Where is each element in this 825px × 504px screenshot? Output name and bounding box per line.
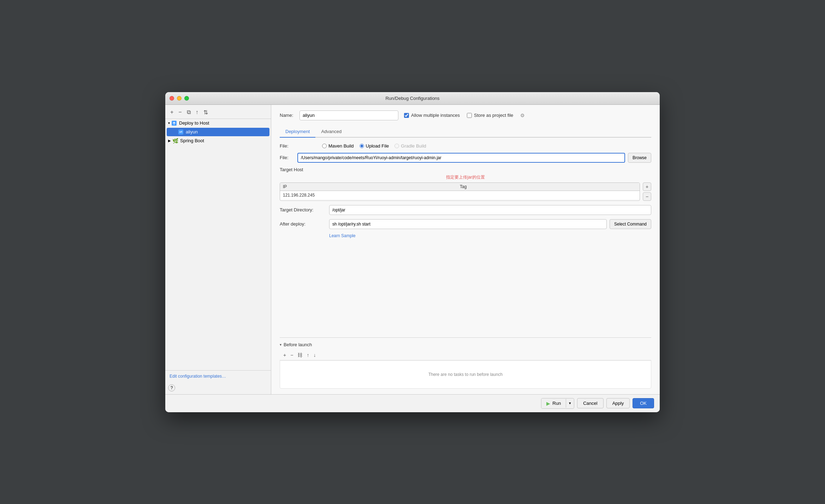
launch-up-button[interactable]: ↑ [306,352,310,359]
file-type-label: File: [280,143,322,149]
apply-button[interactable]: Apply [606,398,630,408]
tag-cell [460,193,637,198]
maximize-button[interactable] [184,96,189,101]
main-content: + − ⧉ ↑ ⇅ ▾ Deploy to Host [165,105,660,394]
sidebar-group-label: Deploy to Host [179,120,209,126]
run-dropdown-button[interactable]: ▾ [566,399,574,408]
remove-host-button[interactable]: − [643,192,651,201]
edit-templates-link[interactable]: Edit configuration templates… [170,374,226,379]
bottom-bar: ▶ Run ▾ Cancel Apply OK [165,394,660,412]
tab-advanced[interactable]: Advanced [315,126,347,138]
name-row: Name: Allow multiple instances Store as … [280,110,651,120]
maven-build-radio[interactable]: Maven Build [322,143,354,149]
ip-column-header: IP [283,184,460,189]
tag-column-header: Tag [460,184,637,189]
minimize-button[interactable] [177,96,182,101]
file-type-radio-group: Maven Build Upload File Gradle Build [322,143,426,149]
settings-gear-icon[interactable]: ⚙ [520,113,525,118]
ok-button[interactable]: OK [633,398,654,408]
upload-file-radio[interactable]: Upload File [360,143,389,149]
sidebar-footer: Edit configuration templates… [165,370,271,382]
file-type-row: File: Maven Build Upload File Gradle [280,143,651,149]
spring-boot-icon: 🌿 [172,138,178,144]
name-label: Name: [280,113,294,118]
target-directory-row: Target Directory: [280,205,651,215]
learn-sample-link[interactable]: Learn Sample [329,233,651,238]
moveup-config-button[interactable]: ↑ [194,108,200,116]
allow-multiple-label: Allow multiple instances [411,113,460,118]
sidebar-group-spring-label: Spring Boot [180,138,204,143]
aliyun-deploy-icon [178,129,184,135]
maven-build-label: Maven Build [328,143,354,149]
run-icon: ▶ [546,401,550,406]
window-title: Run/Debug Configurations [385,96,439,101]
file-path-row: File: Browse [280,153,651,163]
before-launch-section: ▾ Before launch + − ⛓ ↑ ↓ There are no t… [280,337,651,389]
remove-config-button[interactable]: − [177,108,183,116]
table-actions: + − [643,182,651,201]
ip-cell: 121.196.228.245 [283,193,460,198]
after-deploy-row: After deploy: Select Command [280,219,651,229]
main-window: Run/Debug Configurations + − ⧉ ↑ ⇅ ▾ [165,92,660,412]
help-button[interactable]: ? [168,384,175,391]
launch-down-button[interactable]: ↓ [313,352,316,359]
target-directory-label: Target Directory: [280,207,329,212]
run-button-group: ▶ Run ▾ [541,398,574,409]
store-as-project-file-checkbox[interactable]: Store as project file [467,113,513,118]
titlebar: Run/Debug Configurations [165,92,660,105]
file-path-input[interactable] [297,153,625,163]
target-directory-input[interactable] [329,205,651,215]
name-input[interactable] [299,110,398,120]
gradle-build-label: Gradle Build [401,143,426,149]
copy-config-button[interactable]: ⧉ [185,108,192,116]
deploy-icon [171,120,177,126]
options-row: Allow multiple instances Store as projec… [404,113,525,118]
allow-multiple-instances-checkbox[interactable]: Allow multiple instances [404,113,460,118]
tabs: Deployment Advanced [280,126,651,138]
host-table-container: IP Tag 121.196.228.245 + − [280,182,651,201]
file-path-label: File: [280,155,297,160]
sidebar-item-aliyun[interactable]: aliyun [167,128,269,136]
hint-text: 指定要上传jar的位置 [280,174,651,180]
table-row[interactable]: 121.196.228.245 [280,191,640,200]
deployment-content: File: Maven Build Upload File Gradle [280,143,651,244]
store-project-label: Store as project file [474,113,513,118]
right-panel: Name: Allow multiple instances Store as … [271,105,660,394]
sidebar-item-aliyun-label: aliyun [186,129,198,134]
add-host-button[interactable]: + [643,182,651,191]
before-launch-empty-message: There are no tasks to run before launch [280,360,651,389]
before-launch-chevron-icon: ▾ [280,343,281,347]
host-table-header: IP Tag [280,183,640,191]
before-launch-label: Before launch [284,342,312,347]
cancel-button[interactable]: Cancel [577,398,603,408]
launch-add-button[interactable]: + [283,352,287,359]
before-launch-header[interactable]: ▾ Before launch [280,342,651,347]
gradle-build-radio[interactable]: Gradle Build [394,143,426,149]
launch-toolbar: + − ⛓ ↑ ↓ [280,350,651,360]
traffic-lights [170,96,189,101]
launch-remove-button[interactable]: − [290,352,294,359]
close-button[interactable] [170,96,174,101]
run-label: Run [552,401,561,406]
chevron-down-icon: ▾ [168,121,170,125]
add-config-button[interactable]: + [169,108,175,116]
run-button[interactable]: ▶ Run [541,398,566,408]
launch-link-button[interactable]: ⛓ [297,352,303,359]
sort-config-button[interactable]: ⇅ [202,108,209,116]
sidebar: + − ⧉ ↑ ⇅ ▾ Deploy to Host [165,105,271,394]
after-deploy-input[interactable] [329,219,607,229]
sidebar-group-deploy-to-host[interactable]: ▾ Deploy to Host [165,119,271,127]
sidebar-group-spring-boot[interactable]: ▶ 🌿 Spring Boot [165,137,271,145]
upload-file-label: Upload File [366,143,389,149]
chevron-right-icon: ▶ [168,139,171,143]
after-deploy-label: After deploy: [280,221,329,227]
sidebar-toolbar: + − ⧉ ↑ ⇅ [165,106,271,119]
target-host-label: Target Host [280,167,651,172]
tab-deployment[interactable]: Deployment [280,126,315,138]
browse-button[interactable]: Browse [628,153,651,163]
host-table: IP Tag 121.196.228.245 [280,182,640,201]
select-command-button[interactable]: Select Command [610,219,651,229]
